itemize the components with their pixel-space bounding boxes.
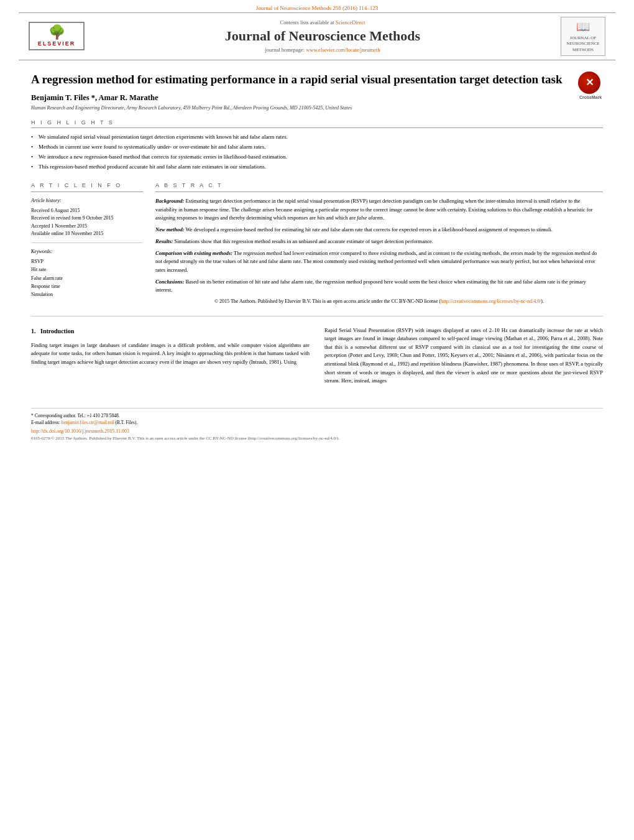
crossmark: ✕ CrossMark: [578, 72, 603, 96]
journal-logo-text1: JOURNAL OF: [564, 35, 602, 41]
crossmark-icon: ✕: [578, 72, 600, 94]
abstract-background: Background: Estimating target detection …: [155, 197, 603, 222]
journal-logo-text2: NEUROSCIENCE: [564, 41, 602, 47]
cc-end: ).: [541, 298, 544, 304]
article-info-label: A R T I C L E I N F O: [31, 182, 143, 193]
conclusions-heading: Conclusions:: [155, 279, 184, 285]
keywords-section: Keywords: RSVP Hit rate False alarm rate…: [31, 248, 143, 298]
intro-section-number: 1.: [31, 328, 36, 335]
email-label: E-mail address:: [31, 420, 62, 425]
highlights-section: H I G H L I G H T S We simulated rapid s…: [31, 119, 603, 171]
background-heading: Background:: [155, 198, 184, 204]
intro-heading: 1. Introduction: [31, 326, 310, 336]
abstract-new-method: New method: We developed a regression-ba…: [155, 226, 603, 234]
body-col-right: Rapid Serial Visual Presentation (RSVP) …: [324, 326, 603, 390]
keyword-4: Response time: [31, 283, 143, 290]
abstract-conclusions: Conclusions: Based on its better estimat…: [155, 278, 603, 294]
journal-logo-right: 📖 JOURNAL OF NEUROSCIENCE METHODS: [561, 17, 605, 56]
elsevier-name: ELSEVIER: [34, 40, 80, 47]
license-line: 0165-0270/© 2015 The Authors. Published …: [31, 435, 603, 442]
highlights-label: H I G H L I G H T S: [31, 119, 603, 128]
available-date: Available online 10 November 2015: [31, 230, 143, 238]
cc-text: © 2015 The Authors. Published by Elsevie…: [214, 298, 441, 304]
abstract-label: A B S T R A C T: [155, 182, 603, 193]
crossmark-label: CrossMark: [578, 95, 603, 100]
new-method-heading: New method:: [155, 226, 185, 233]
new-method-text: We developed a regression-based method f…: [185, 226, 553, 233]
homepage-url[interactable]: www.elsevier.com/locate/jneumeth: [306, 47, 380, 53]
abstract-comparison: Comparison with existing methods: The re…: [155, 249, 603, 274]
header-middle: Contents lists available at ScienceDirec…: [91, 19, 554, 53]
sciencedirect-line: Contents lists available at ScienceDirec…: [91, 19, 554, 25]
journal-title: Journal of Neuroscience Methods: [91, 28, 554, 44]
accepted-date: Accepted 1 November 2015: [31, 223, 143, 230]
highlights-list: We simulated rapid serial visual present…: [31, 133, 603, 171]
abstract-results: Results: Simulations show that this regr…: [155, 238, 603, 246]
author-names: Benjamin T. Files *, Amar R. Marathe: [31, 93, 158, 102]
elsevier-tree-icon: 🌳: [34, 25, 80, 39]
keyword-5: Simulation: [31, 291, 143, 298]
highlight-item-1: We simulated rapid serial visual present…: [31, 133, 603, 141]
homepage-line: journal homepage: www.elsevier.com/locat…: [91, 47, 554, 53]
intro-para-2: Rapid Serial Visual Presentation (RSVP) …: [324, 326, 603, 385]
email-suffix: (B.T. Files).: [114, 420, 137, 425]
article-content: A regression method for estimating perfo…: [0, 60, 634, 402]
revised-date: Received in revised form 9 October 2015: [31, 215, 143, 222]
email-line: E-mail address: benjamin.files.ctr@mail.…: [31, 419, 603, 426]
sciencedirect-link[interactable]: ScienceDirect: [336, 19, 365, 25]
highlight-item-2: Methods in current use were found to sys…: [31, 143, 603, 151]
email-link[interactable]: benjamin.files.ctr@mail.mil: [62, 420, 114, 425]
page: Journal of Neuroscience Methods 258 (201…: [0, 0, 634, 840]
cc-link[interactable]: http://creativecommons.org/licenses/by-n…: [441, 298, 541, 304]
article-title-text: A regression method for estimating perfo…: [31, 73, 563, 86]
hits-text: hits: [317, 215, 324, 221]
article-info-abstract-columns: A R T I C L E I N F O Article history: R…: [31, 182, 603, 306]
article-history-label: Article history:: [31, 197, 143, 205]
journal-logo-text3: METHODS: [564, 47, 602, 53]
article-title-block: A regression method for estimating perfo…: [31, 72, 603, 88]
intro-para-1: Finding target images in large databases…: [31, 341, 310, 367]
keywords-label: Keywords:: [31, 248, 143, 256]
article-history: Article history: Received 6 August 2015 …: [31, 197, 143, 243]
results-text: Simulations show that this regression me…: [173, 238, 433, 244]
keyword-2: Hit rate: [31, 266, 143, 274]
body-col-left: 1. Introduction Finding target images in…: [31, 326, 310, 390]
doi-line: http://dx.doi.org/10.1016/j.jneumeth.201…: [31, 428, 603, 434]
highlight-item-3: We introduce a new regression-based meth…: [31, 153, 603, 161]
journal-header: 🌳 ELSEVIER Contents lists available at S…: [19, 12, 615, 60]
intro-section-title: Introduction: [40, 328, 74, 335]
abstract-section: A B S T R A C T Background: Estimating t…: [155, 182, 603, 306]
highlight-item-4: This regression-based method produced ac…: [31, 163, 603, 171]
article-info-section: A R T I C L E I N F O Article history: R…: [31, 182, 143, 299]
keyword-1: RSVP: [31, 258, 143, 265]
abstract-column: A B S T R A C T Background: Estimating t…: [155, 182, 603, 306]
elsevier-logo: 🌳 ELSEVIER: [29, 22, 85, 50]
keyword-3: False alarm rate: [31, 275, 143, 282]
and-text: and which are: [324, 215, 357, 221]
journal-citation: Journal of Neuroscience Methods 258 (201…: [256, 5, 379, 11]
conclusions-text: Based on its better estimation of hit ra…: [155, 279, 586, 293]
footnote-area: * Corresponding author. Tel.: +1 410 278…: [31, 408, 603, 427]
license-text: 0165-0270/© 2015 The Authors. Published …: [31, 436, 339, 441]
false-alarms-text: false alarms: [357, 215, 383, 221]
results-heading: Results:: [155, 238, 173, 244]
body-columns: 1. Introduction Finding target images in…: [31, 326, 603, 390]
article-info-column: A R T I C L E I N F O Article history: R…: [31, 182, 143, 306]
authors: Benjamin T. Files *, Amar R. Marathe: [31, 93, 603, 103]
section-divider: [31, 316, 603, 316]
comparison-heading: Comparison with existing methods:: [155, 250, 232, 256]
journal-citation-bar: Journal of Neuroscience Methods 258 (201…: [0, 0, 634, 12]
affiliation: Human Research and Engineering Directora…: [31, 105, 603, 111]
cc-license-line: © 2015 The Authors. Published by Elsevie…: [155, 298, 603, 305]
journal-logo-icon: 📖: [564, 20, 602, 34]
doi-url[interactable]: http://dx.doi.org/10.1016/j.jneumeth.201…: [31, 428, 129, 434]
corresponding-author: * Corresponding author. Tel.: +1 410 278…: [31, 412, 603, 419]
background-end: .: [383, 215, 384, 221]
received-date: Received 6 August 2015: [31, 207, 143, 215]
